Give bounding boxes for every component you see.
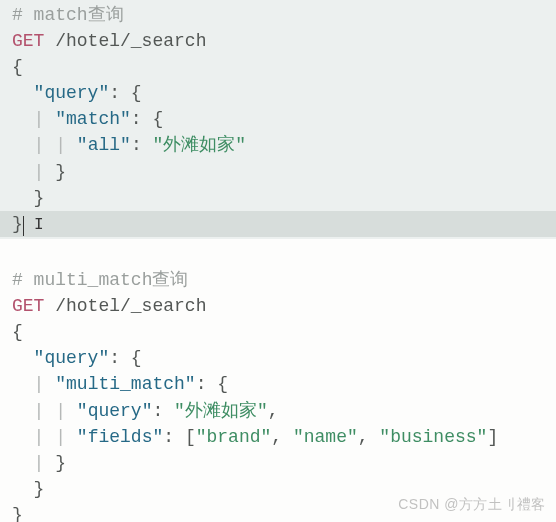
code-line: } xyxy=(12,185,544,211)
code-line: | "multi_match": { xyxy=(12,371,544,397)
code-line: "query": { xyxy=(12,345,544,371)
json-string: "外滩如家" xyxy=(174,401,268,421)
json-string: "name" xyxy=(293,427,358,447)
json-string: "business" xyxy=(379,427,487,447)
code-line: # match查询 xyxy=(12,2,544,28)
code-line: | | "query": "外滩如家", xyxy=(12,398,544,424)
request-path: /hotel/_search xyxy=(44,296,206,316)
code-line: "query": { xyxy=(12,80,544,106)
json-string: "brand" xyxy=(196,427,272,447)
code-line: | | "all": "外滩如家" xyxy=(12,132,544,158)
http-method: GET xyxy=(12,31,44,51)
json-key: "multi_match" xyxy=(55,374,195,394)
indent-guide: | xyxy=(34,162,45,182)
code-line: | } xyxy=(12,159,544,185)
code-line: { xyxy=(12,319,544,345)
json-key: "query" xyxy=(77,401,153,421)
json-key: "all" xyxy=(77,135,131,155)
code-line: | | "fields": ["brand", "name", "busines… xyxy=(12,424,544,450)
code-line: GET /hotel/_search xyxy=(12,293,544,319)
code-line: # multi_match查询 xyxy=(12,267,544,293)
code-line: { xyxy=(12,54,544,80)
indent-guide: | xyxy=(34,401,45,421)
http-method: GET xyxy=(12,296,44,316)
json-key: "match" xyxy=(55,109,131,129)
json-key: "query" xyxy=(34,83,110,103)
watermark: CSDN @方方土刂禮客 xyxy=(398,494,546,514)
request-path: /hotel/_search xyxy=(44,31,206,51)
json-key: "query" xyxy=(34,348,110,368)
text-cursor xyxy=(23,216,25,236)
json-key: "fields" xyxy=(77,427,163,447)
code-block-1: # match查询 GET /hotel/_search { "query": … xyxy=(0,0,556,239)
indent-guide: | xyxy=(55,427,66,447)
indent-guide: | xyxy=(34,109,45,129)
code-line xyxy=(12,241,544,267)
indent-guide: | xyxy=(34,374,45,394)
code-line: | } xyxy=(12,450,544,476)
indent-guide: | xyxy=(34,135,45,155)
json-string: "外滩如家" xyxy=(152,135,246,155)
indent-guide: | xyxy=(34,453,45,473)
indent-guide: | xyxy=(55,401,66,421)
comment: # match查询 xyxy=(12,5,124,25)
indent-guide: | xyxy=(55,135,66,155)
code-line-active: } I xyxy=(0,211,556,237)
indent-guide: | xyxy=(34,427,45,447)
code-line: GET /hotel/_search xyxy=(12,28,544,54)
comment: # multi_match查询 xyxy=(12,270,188,290)
text-caret-icon: I xyxy=(24,214,43,237)
code-block-2: # multi_match查询 GET /hotel/_search { "qu… xyxy=(0,239,556,522)
code-line: | "match": { xyxy=(12,106,544,132)
